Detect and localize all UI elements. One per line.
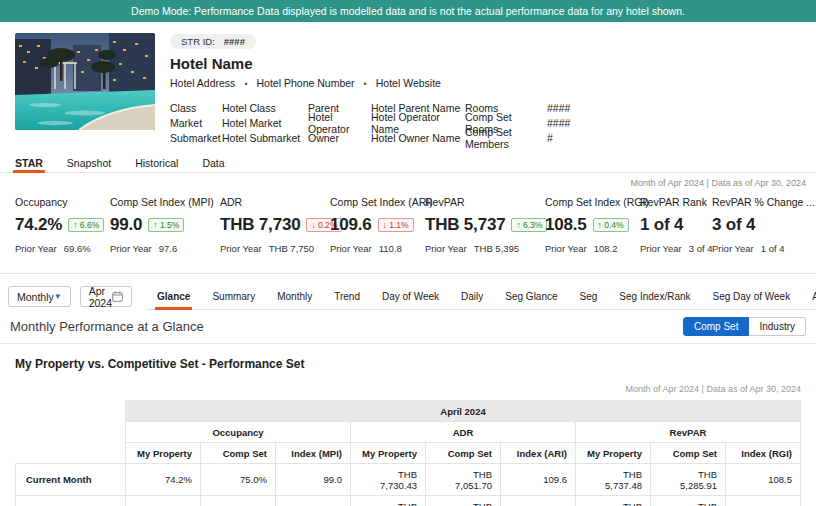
subtab-label: Day of Week [382,291,439,302]
demo-mode-banner: Demo Mode: Performance Data displayed is… [0,0,816,22]
section-title: Monthly Performance at a Glance [10,319,204,334]
prior-year-value: THB 5,395 [474,243,519,254]
prior-year-label: Prior Year [110,243,152,254]
row-label: Year to Date [16,496,126,506]
comp-set-button[interactable]: Comp Set [683,317,749,336]
change-value: 0.4% [604,220,623,230]
cell: THB 7,051.70 [426,496,501,506]
subtab-trend[interactable]: Trend [323,283,371,309]
hotel-website: Hotel Website [376,77,441,89]
tab-label: STAR [15,157,43,169]
change-value: 1.5% [160,220,179,230]
subtab-summary[interactable]: Summary [201,283,266,309]
row-label: Current Month [16,464,126,496]
detail-label: Class [170,102,222,114]
kpi-revpar-rank: RevPAR Rank 1 of 4 Prior Year3 of 4 [640,196,712,254]
change-value: 1.1% [389,220,408,230]
glance-section-header: Monthly Performance at a Glance Comp Set… [0,310,816,344]
detail-value: Hotel Owner Name [371,132,465,144]
detail-value: Hotel Market [222,117,308,129]
subtab-additional-revenue[interactable]: Additional Revenue [801,283,816,309]
subtab-label: Daily [461,291,483,302]
cell: THB 5,285.91 [651,496,726,506]
kpi-title: Comp Set Index (ARI) [330,196,425,208]
kpi-title: Occupancy [15,196,110,208]
group-header-adr: ADR [351,422,576,443]
tab-historical[interactable]: Historical [123,153,190,172]
up-arrow-icon: ↑ [73,220,77,230]
cell: 74.2% [126,464,201,496]
kpi-occupancy: Occupancy 74.2% ↑ 6.6% Prior Year69.6% [15,196,110,254]
detail-value: #### [547,102,617,114]
dot-separator [244,77,247,89]
column-header: My Property [126,443,201,464]
kpi-revpar: RevPAR THB 5,737 ↑ 6.3% Prior YearTHB 5,… [425,196,545,254]
change-badge: ↑ 6.3% [511,218,547,232]
prior-year-value: 69.6% [64,243,91,254]
kpi-value: 109.6 [330,215,372,235]
table-row: Year to Date 74.2% 75.0% 99.0 THB 7,730.… [16,496,801,506]
header-spacer [16,443,126,464]
cell: THB 5,285.91 [651,464,726,496]
kpi-adr: ADR THB 7,730 ↓ 0.2% Prior YearTHB 7,750 [220,196,330,254]
cell: THB 5,737.48 [576,464,651,496]
cell: 109.6 [501,464,576,496]
down-arrow-icon: ↓ [383,220,387,230]
column-header: Comp Set [201,443,276,464]
subtab-label: Seg Index/Rank [619,291,690,302]
up-arrow-icon: ↑ [598,220,602,230]
subtab-daily[interactable]: Daily [450,283,494,309]
tab-data[interactable]: Data [190,153,236,172]
hotel-details: Class Hotel Class Market Hotel Market Su… [170,100,801,145]
up-arrow-icon: ↑ [516,220,520,230]
column-header: My Property [576,443,651,464]
kpi-title: RevPAR Rank [640,196,712,208]
subtab-seg-index-rank[interactable]: Seg Index/Rank [608,283,701,309]
prior-year-label: Prior Year [640,243,682,254]
subtab-seg-day-of-week[interactable]: Seg Day of Week [702,283,802,309]
cell: 99.0 [276,464,351,496]
detail-group-classification: Class Hotel Class Market Hotel Market Su… [170,100,308,145]
frequency-select[interactable]: Monthly ▼ [8,286,71,307]
kpi-title: RevPAR [425,196,545,208]
prior-year-label: Prior Year [712,243,754,254]
subtab-glance[interactable]: Glance [146,283,201,309]
change-value: 6.6% [80,220,99,230]
prior-year-label: Prior Year [425,243,467,254]
tab-star[interactable]: STAR [3,153,55,172]
kpi-mpi: Comp Set Index (MPI) 99.0 ↑ 1.5% Prior Y… [110,196,220,254]
report-controls: Monthly ▼ Apr 2024 Glance Summary Monthl… [0,283,816,310]
prior-year-value: 1 of 4 [761,243,785,254]
tab-snapshot[interactable]: Snapshot [55,153,123,172]
subtab-seg[interactable]: Seg [569,283,609,309]
kpi-value: THB 5,737 [425,215,505,235]
kpi-title: RevPAR % Change ... [712,196,816,208]
kpi-value: 74.2% [15,215,62,235]
group-header-occupancy: Occupancy [126,422,351,443]
detail-label: Market [170,117,222,129]
kpi-title: ADR [220,196,330,208]
tab-label: Data [202,157,224,169]
prior-year-value: 110.8 [379,243,402,254]
prior-year-value: 3 of 4 [689,243,713,254]
kpi-value: 108.5 [545,215,587,235]
change-value: 6.3% [523,220,542,230]
hotel-phone: Hotel Phone Number [257,77,355,89]
kpi-row: Occupancy 74.2% ↑ 6.6% Prior Year69.6% C… [0,188,816,254]
detail-label: Owner [308,132,371,144]
industry-button[interactable]: Industry [749,317,806,336]
section-divider [0,273,816,274]
cell: 75.0% [201,496,276,506]
subtab-label: Monthly [277,291,312,302]
subtab-label: Additional Revenue [812,291,816,302]
period-date-picker[interactable]: Apr 2024 [80,286,132,307]
cell: 74.2% [126,496,201,506]
kpi-rgi: Comp Set Index (RGI) 108.5 ↑ 0.4% Prior … [545,196,640,254]
tab-label: Historical [135,157,178,169]
subtab-seg-glance[interactable]: Seg Glance [494,283,568,309]
kpi-ari: Comp Set Index (ARI) 109.6 ↓ 1.1% Prior … [330,196,425,254]
subtab-day-of-week[interactable]: Day of Week [371,283,450,309]
subtab-monthly[interactable]: Monthly [266,283,323,309]
cell: 99.0 [276,496,351,506]
cell: THB 7,730.43 [351,496,426,506]
